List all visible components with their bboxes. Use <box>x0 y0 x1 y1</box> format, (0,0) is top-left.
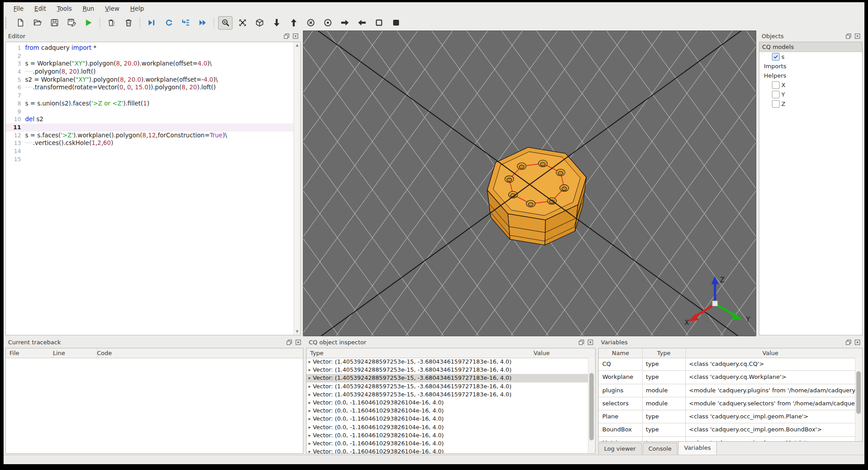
close-icon[interactable] <box>295 339 302 346</box>
variable-row-cq[interactable]: CQtype<class 'cadquery.cq.CQ'> <box>599 358 855 371</box>
code-line-15[interactable]: 15 <box>6 155 300 163</box>
editor-code-area[interactable]: 1from cadquery import *23s = Workplane("… <box>5 42 301 335</box>
continue-button[interactable] <box>195 16 210 30</box>
tab-variables[interactable]: Variables <box>678 441 716 455</box>
right-view-button[interactable] <box>355 16 369 30</box>
float-icon[interactable] <box>283 33 290 40</box>
code-line-9[interactable]: 9 <box>6 108 300 116</box>
back-view-button[interactable] <box>320 16 335 30</box>
save-button[interactable] <box>47 16 61 30</box>
variable-row-plane[interactable]: Planetype<class 'cadquery.occ_impl.geom.… <box>599 410 855 423</box>
code-line-14[interactable]: 14 <box>6 147 300 155</box>
code-line-1[interactable]: 1from cadquery import * <box>6 44 300 52</box>
tab-console[interactable]: Console <box>643 443 678 455</box>
code-line-8[interactable]: 8s = s.union(s2).faces('>Z or <Z').fille… <box>6 100 300 108</box>
wireframe-view-button[interactable] <box>372 16 386 30</box>
variables-scrollbar[interactable] <box>855 358 862 441</box>
tree-item-y[interactable]: Y <box>759 90 862 99</box>
expand-arrow-icon[interactable]: ▸ <box>307 366 313 374</box>
variables-col-type[interactable]: Type <box>642 348 686 358</box>
variables-col-value[interactable]: Value <box>685 348 855 358</box>
traceback-col-file[interactable]: File <box>6 348 53 358</box>
toolbar-drag-handle[interactable] <box>5 17 10 29</box>
s-checkbox[interactable] <box>772 53 780 61</box>
bottom-view-button[interactable] <box>286 16 301 30</box>
expand-arrow-icon[interactable]: ▸ <box>307 415 313 423</box>
code-line-11[interactable]: 11 <box>6 123 300 132</box>
float-icon[interactable] <box>845 339 852 346</box>
left-view-button[interactable] <box>338 16 352 30</box>
menu-view[interactable]: View <box>100 3 125 14</box>
tree-item-z[interactable]: Z <box>759 99 862 109</box>
tree-item-s[interactable]: s <box>759 52 862 61</box>
menu-run[interactable]: Run <box>77 3 100 14</box>
code-line-3[interactable]: 3s = Workplane("XY").polygon(8, 20.0).wo… <box>6 60 300 68</box>
delete-current-button[interactable] <box>104 16 118 30</box>
step-into-button[interactable] <box>178 16 193 30</box>
inspector-row[interactable]: ▸Vector: (1.4053924288597253e-15, -3.680… <box>307 391 588 399</box>
expand-arrow-icon[interactable]: ▸ <box>307 448 313 453</box>
menu-file[interactable]: File <box>8 3 29 14</box>
code-line-12[interactable]: 12s = s.faces('>Z').workplane().polygon(… <box>6 132 300 140</box>
float-icon[interactable] <box>286 339 293 346</box>
menu-tools[interactable]: Tools <box>52 3 77 14</box>
variable-row-workplane[interactable]: Workplanetype<class 'cadquery.cq.Workpla… <box>599 371 855 384</box>
close-icon[interactable] <box>587 339 594 346</box>
code-line-13[interactable]: 13····.vertices().cskHole(1,2,60) <box>6 139 300 147</box>
traceback-col-code[interactable]: Code <box>93 348 303 358</box>
tree-item-helpers[interactable]: Helpers <box>759 71 862 80</box>
expand-arrow-icon[interactable]: ▸ <box>307 374 313 382</box>
expand-arrow-icon[interactable]: ▸ <box>307 431 313 439</box>
close-icon[interactable] <box>854 339 861 346</box>
expand-arrow-icon[interactable]: ▸ <box>307 391 313 399</box>
debug-button[interactable] <box>144 16 158 30</box>
inspector-scrollbar[interactable] <box>588 358 595 453</box>
step-over-button[interactable] <box>161 16 175 30</box>
tree-item-imports[interactable]: Imports <box>759 61 862 71</box>
inspector-row[interactable]: ▸Vector: (0.0, -1.1604610293826104e-16, … <box>307 423 588 431</box>
inspector-col-value[interactable]: Value <box>530 348 588 358</box>
float-icon[interactable] <box>845 33 852 40</box>
front-view-button[interactable] <box>303 16 318 30</box>
expand-arrow-icon[interactable]: ▸ <box>307 399 313 407</box>
close-icon[interactable] <box>854 33 861 40</box>
code-line-4[interactable]: 4····.polygon(8, 20).loft() <box>6 68 300 76</box>
traceback-col-line[interactable]: Line <box>49 348 97 358</box>
render-button[interactable] <box>81 16 96 30</box>
variable-row-boundbox[interactable]: BoundBoxtype<class 'cadquery.occ_impl.ge… <box>599 423 855 436</box>
open-file-button[interactable] <box>30 16 44 30</box>
code-line-7[interactable]: 7 <box>6 92 300 100</box>
fit-view-button[interactable] <box>218 16 232 30</box>
expand-arrow-icon[interactable]: ▸ <box>307 382 313 391</box>
inspector-row[interactable]: ▸Vector: (1.4053924288597253e-15, -3.680… <box>307 374 588 382</box>
inspector-row[interactable]: ▸Vector: (0.0, -1.1604610293826104e-16, … <box>307 439 588 448</box>
variables-col-name[interactable]: Name <box>599 348 643 358</box>
new-file-button[interactable] <box>13 16 27 30</box>
tree-item-x[interactable]: X <box>759 80 862 90</box>
shaded-view-button[interactable] <box>389 16 403 30</box>
expand-arrow-icon[interactable]: ▸ <box>307 423 313 431</box>
x-checkbox[interactable] <box>772 81 780 89</box>
inspector-row[interactable]: ▸Vector: (1.4053924288597253e-15, -3.680… <box>307 382 588 391</box>
code-line-6[interactable]: 6····.transformed(rotate=Vector(0, 0, 15… <box>6 83 300 92</box>
inspector-row[interactable]: ▸Vector: (0.0, -1.1604610293826104e-16, … <box>307 399 588 407</box>
inspector-row[interactable]: ▸Vector: (0.0, -1.1604610293826104e-16, … <box>307 415 588 423</box>
variable-row-matrix[interactable]: Matrixtype<class 'cadquery.occ_impl.geom… <box>599 437 855 441</box>
variable-row-plugins[interactable]: pluginsmodule<module 'cadquery.plugins' … <box>599 384 855 397</box>
variable-row-selectors[interactable]: selectorsmodule<module 'cadquery.selecto… <box>599 397 855 410</box>
tree-group-cq-models[interactable]: CQ models <box>759 42 862 52</box>
close-icon[interactable] <box>292 33 299 40</box>
y-checkbox[interactable] <box>772 91 780 98</box>
editor-scrollbar[interactable]: ▲ ▼ <box>294 42 300 335</box>
delete-all-button[interactable] <box>121 16 136 30</box>
expand-arrow-icon[interactable]: ▸ <box>307 439 313 448</box>
cad-model-octagon-puck[interactable] <box>478 139 600 251</box>
code-line-5[interactable]: 5s2 = Workplane("XY").polygon(8, 20.0).w… <box>6 76 300 84</box>
menu-edit[interactable]: Edit <box>29 3 52 14</box>
inspector-row[interactable]: ▸Vector: (1.4053924288597253e-15, -3.680… <box>307 358 588 366</box>
iso-view-button[interactable] <box>252 16 267 30</box>
float-icon[interactable] <box>578 339 585 346</box>
inspector-row[interactable]: ▸Vector: (0.0, -1.1604610293826104e-16, … <box>307 448 588 453</box>
inspector-row[interactable]: ▸Vector: (1.4053924288597253e-15, -3.680… <box>307 366 588 374</box>
save-as-button[interactable] <box>64 16 79 30</box>
